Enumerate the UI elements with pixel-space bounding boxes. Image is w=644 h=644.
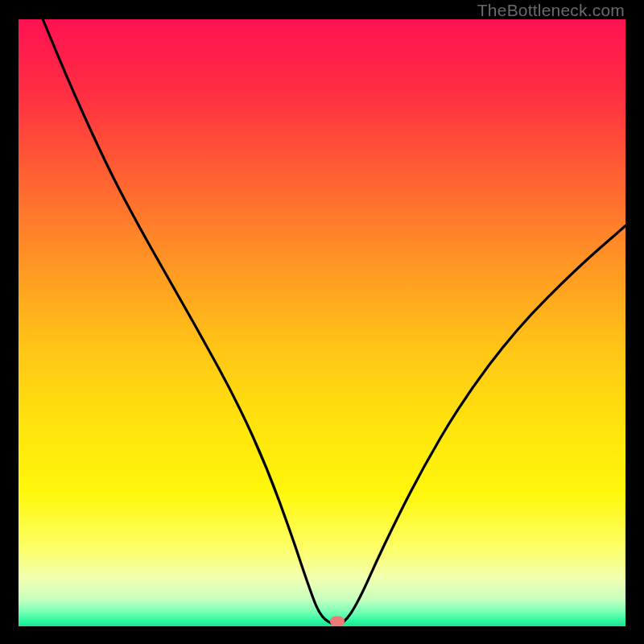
optimal-marker	[330, 617, 345, 627]
watermark-text: TheBottleneck.com	[477, 1, 625, 20]
plot-area	[19, 19, 625, 626]
bottleneck-curve	[19, 19, 625, 626]
chart-frame: TheBottleneck.com	[0, 0, 644, 644]
